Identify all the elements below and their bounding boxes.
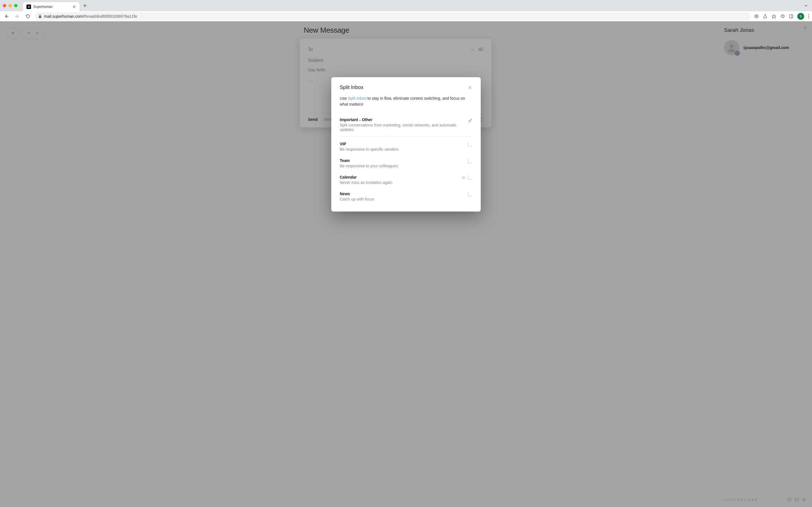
split-item-sub: Be responsive to your colleagues: [340, 164, 464, 168]
split-item-sub: Catch up with focus: [340, 197, 464, 202]
svg-rect-0: [39, 16, 42, 18]
kebab-icon: [808, 14, 809, 18]
tab-title: Superhuman: [33, 5, 70, 9]
bookmark-star-icon[interactable]: [771, 14, 776, 19]
split-checkbox[interactable]: [468, 142, 472, 147]
modal-header: Split Inbox: [340, 84, 472, 91]
close-icon: [73, 5, 75, 8]
split-item-team[interactable]: Team Be responsive to your colleagues: [340, 155, 472, 172]
split-item-name: Team: [340, 158, 464, 163]
split-item-calendar[interactable]: Calendar Never miss an invitation again: [340, 172, 472, 188]
tabs-bar: 4 Superhuman: [23, 0, 809, 11]
check-icon: [468, 118, 472, 122]
split-item-vip[interactable]: VIP Be responsive to specific senders: [340, 136, 472, 155]
split-item-sub: Split conversations from marketing, soci…: [340, 123, 464, 132]
close-icon: [468, 86, 472, 90]
arrow-left-icon: [4, 14, 9, 19]
address-bar[interactable]: mail.superhuman.com/thread/draft00fd1636…: [35, 12, 751, 20]
modal-overlay[interactable]: Split Inbox Use Split Inbox to stay in f…: [0, 21, 812, 507]
extensions-icon[interactable]: [780, 14, 785, 18]
split-checkbox[interactable]: [468, 118, 472, 122]
split-checkbox[interactable]: [468, 159, 472, 163]
chrome-menu-button[interactable]: [808, 14, 809, 18]
svg-point-6: [808, 17, 809, 18]
sidepanel-icon[interactable]: [789, 14, 794, 18]
split-item-news[interactable]: News Catch up with focus: [340, 188, 472, 205]
new-tab-button[interactable]: [82, 3, 88, 9]
split-inbox-link[interactable]: Split Inbox: [348, 96, 366, 101]
url-host: mail.superhuman.com: [44, 14, 83, 18]
window-close-button[interactable]: [3, 4, 6, 7]
chevron-down-icon: [804, 4, 808, 8]
split-checkbox[interactable]: [468, 175, 472, 180]
split-item-controls: [468, 192, 472, 196]
modal-title: Split Inbox: [340, 84, 363, 91]
forward-button[interactable]: [13, 13, 21, 20]
lock-icon: [38, 14, 42, 18]
split-item-important[interactable]: Important●Other Split conversations from…: [340, 114, 472, 135]
browser-toolbar: mail.superhuman.com/thread/draft00fd1636…: [0, 11, 812, 21]
app-root: New Message To Subject Say hello ⋯ Send …: [0, 21, 812, 507]
svg-point-5: [808, 16, 809, 17]
plus-icon: [83, 4, 87, 8]
modal-description: Use Split Inbox to stay in flow, elimina…: [340, 96, 472, 107]
split-item-sub: Never miss an invitation again: [340, 180, 458, 185]
modal-close-button[interactable]: [468, 86, 472, 90]
url-path: /thread/draft00fd1636976a11fe: [83, 14, 137, 18]
split-inbox-modal: Split Inbox Use Split Inbox to stay in f…: [331, 77, 481, 212]
split-item-controls: [468, 159, 472, 163]
url-text: mail.superhuman.com/thread/draft00fd1636…: [44, 14, 137, 18]
window-controls: [3, 4, 17, 7]
reload-button[interactable]: [24, 13, 32, 20]
reload-icon: [26, 14, 31, 19]
split-item-name: VIP: [340, 142, 464, 146]
split-item-sub: Be responsive to specific senders: [340, 147, 464, 152]
svg-point-4: [808, 14, 809, 15]
split-name-other: Other: [362, 117, 372, 122]
tab-close-button[interactable]: [72, 5, 76, 9]
split-item-controls: [468, 142, 472, 147]
browser-tab[interactable]: 4 Superhuman: [23, 2, 80, 11]
arrow-right-icon: [15, 14, 20, 19]
eye-icon[interactable]: [754, 14, 759, 19]
split-name-important: Important: [340, 117, 358, 122]
split-checkbox[interactable]: [468, 192, 472, 196]
split-item-info: News Catch up with focus: [340, 191, 464, 202]
split-item-name: News: [340, 191, 464, 196]
split-item-info: VIP Be responsive to specific senders: [340, 142, 464, 152]
svg-rect-2: [790, 15, 793, 18]
split-item-name: Calendar: [340, 175, 458, 179]
window-minimize-button[interactable]: [8, 4, 12, 7]
split-item-info: Important●Other Split conversations from…: [340, 117, 464, 132]
split-item-info: Team Be responsive to your colleagues: [340, 158, 464, 168]
split-item-info: Calendar Never miss an invitation again: [340, 175, 458, 185]
split-item-controls: [468, 118, 472, 122]
split-item-controls: [462, 175, 472, 180]
drag-handle-icon[interactable]: [462, 176, 465, 179]
share-icon[interactable]: [763, 14, 767, 19]
split-dot: ●: [359, 119, 361, 122]
toolbar-actions: S: [754, 13, 809, 20]
tab-favicon: 4: [27, 4, 31, 9]
svg-point-1: [756, 15, 757, 17]
split-item-name: Important●Other: [340, 117, 464, 122]
back-button[interactable]: [3, 13, 10, 20]
window-maximize-button[interactable]: [14, 4, 17, 7]
browser-tab-strip: 4 Superhuman: [0, 0, 812, 11]
modal-desc-prefix: Use: [340, 96, 348, 101]
profile-avatar[interactable]: S: [797, 13, 804, 20]
tabs-menu-button[interactable]: [803, 3, 809, 9]
